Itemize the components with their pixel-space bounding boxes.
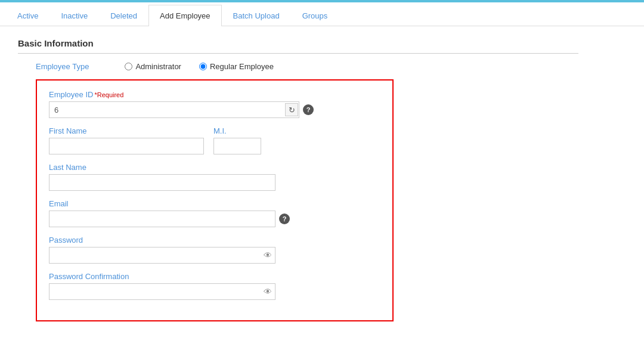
- employee-id-help-icon[interactable]: ?: [303, 104, 314, 115]
- password-field: Password 👁: [49, 236, 380, 264]
- employee-id-input-wrapper: ↻: [49, 101, 299, 118]
- radio-administrator-input[interactable]: [125, 63, 132, 70]
- password-confirmation-input[interactable]: [49, 283, 275, 300]
- radio-regular-employee[interactable]: Regular Employee: [199, 62, 274, 71]
- email-help-icon[interactable]: ?: [279, 214, 290, 224]
- password-toggle-icon[interactable]: 👁: [264, 250, 272, 260]
- first-name-field: First Name: [49, 126, 204, 154]
- first-name-mi-row: First Name M.I.: [49, 126, 380, 154]
- mi-input[interactable]: [213, 138, 261, 154]
- employee-type-row: Employee Type Administrator Regular Empl…: [36, 62, 578, 71]
- employee-id-input-row: ↻ ?: [49, 101, 380, 118]
- first-name-label: First Name: [49, 126, 204, 135]
- email-input[interactable]: [49, 211, 275, 227]
- tab-inactive[interactable]: Inactive: [49, 5, 99, 26]
- tab-batch-upload[interactable]: Batch Upload: [222, 5, 291, 26]
- tab-add-employee[interactable]: Add Employee: [148, 5, 222, 26]
- password-label: Password: [49, 236, 380, 245]
- password-confirmation-toggle-icon[interactable]: 👁: [264, 287, 272, 296]
- top-border: [0, 0, 644, 2]
- section-title: Basic Information: [18, 38, 578, 54]
- employee-type-radio-group: Administrator Regular Employee: [125, 62, 274, 71]
- first-name-input[interactable]: [49, 138, 204, 154]
- email-input-row: ?: [49, 211, 380, 227]
- employee-id-label: Employee ID*Required: [49, 90, 380, 99]
- radio-regular-employee-label: Regular Employee: [210, 62, 274, 71]
- mi-label: M.I.: [213, 126, 261, 135]
- email-label: Email: [49, 199, 380, 208]
- main-content: Basic Information Employee Type Administ…: [0, 26, 596, 333]
- radio-regular-employee-input[interactable]: [199, 63, 207, 70]
- tab-deleted[interactable]: Deleted: [99, 5, 148, 26]
- last-name-input[interactable]: [49, 174, 275, 191]
- tab-active[interactable]: Active: [6, 5, 49, 26]
- employee-type-label: Employee Type: [36, 62, 89, 71]
- required-badge: *Required: [94, 91, 123, 98]
- password-confirmation-input-wrapper: 👁: [49, 283, 275, 300]
- employee-form-box: Employee ID*Required ↻ ? First Name M.I.: [36, 79, 394, 321]
- mi-field: M.I.: [213, 126, 261, 154]
- password-confirmation-label: Password Confirmation: [49, 272, 380, 281]
- tab-groups[interactable]: Groups: [291, 5, 339, 26]
- email-field: Email ?: [49, 199, 380, 227]
- last-name-field: Last Name: [49, 163, 380, 191]
- radio-administrator-label: Administrator: [135, 62, 181, 71]
- tab-bar: Active Inactive Deleted Add Employee Bat…: [0, 5, 644, 26]
- password-confirmation-field: Password Confirmation 👁: [49, 272, 380, 300]
- password-input[interactable]: [49, 247, 275, 264]
- password-input-wrapper: 👁: [49, 247, 275, 264]
- employee-id-field: Employee ID*Required ↻ ?: [49, 90, 380, 118]
- name-field-row: First Name M.I.: [49, 126, 380, 154]
- last-name-label: Last Name: [49, 163, 380, 172]
- radio-administrator[interactable]: Administrator: [125, 62, 181, 71]
- employee-id-input[interactable]: [49, 101, 299, 118]
- refresh-icon[interactable]: ↻: [285, 103, 298, 116]
